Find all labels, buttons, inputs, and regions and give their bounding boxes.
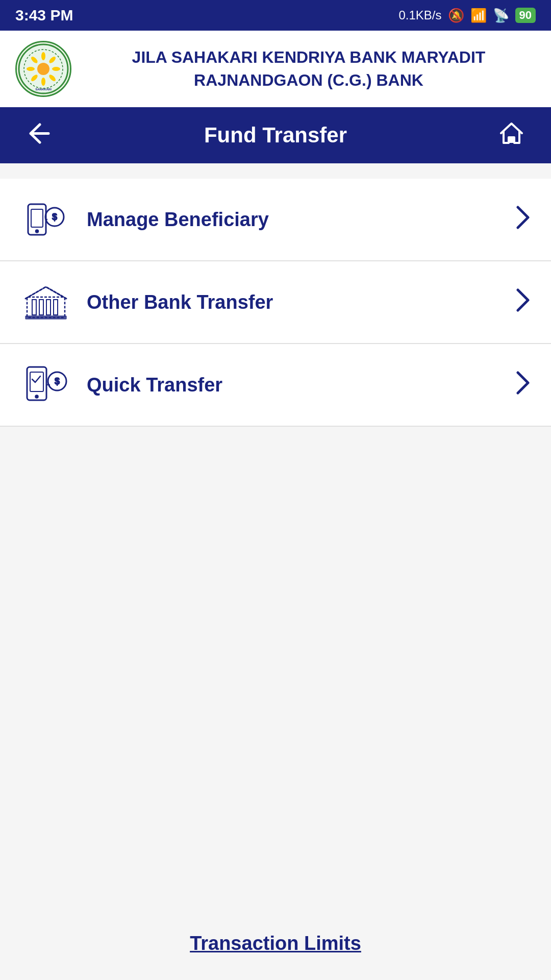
svg-point-7	[41, 78, 45, 86]
network-speed: 0.1KB/s	[398, 8, 441, 22]
home-icon	[497, 119, 525, 148]
mute-icon: 🔕	[448, 8, 464, 23]
bank-logo: SAHAKARI	[15, 41, 71, 97]
chevron-right-icon-2	[515, 287, 531, 313]
battery-indicator: 90	[515, 8, 536, 23]
nav-bar: Fund Transfer	[0, 107, 551, 163]
svg-rect-22	[54, 300, 58, 315]
other-bank-transfer-chevron	[515, 287, 531, 317]
svg-text:SAHAKARI: SAHAKARI	[35, 88, 52, 91]
svg-point-26	[35, 395, 38, 398]
bank-name: JILA SAHAKARI KENDRIYA BANK MARYADIT RAJ…	[82, 46, 536, 92]
svg-rect-25	[30, 372, 43, 391]
transaction-limits-button[interactable]: Transaction Limits	[190, 933, 361, 954]
manage-beneficiary-item[interactable]: $ Manage Beneficiary	[0, 179, 551, 261]
bank-transfer-svg-icon	[23, 279, 69, 325]
quick-transfer-item[interactable]: $ Quick Transfer	[0, 344, 551, 427]
svg-point-3	[41, 52, 45, 60]
status-icons: 0.1KB/s 🔕 📶 📡 90	[398, 8, 536, 23]
svg-rect-21	[46, 300, 51, 315]
chevron-right-icon-3	[515, 370, 531, 396]
manage-beneficiary-icon: $	[20, 194, 71, 245]
chevron-right-icon	[515, 205, 531, 230]
content-wrapper: $ Manage Beneficiary	[0, 163, 551, 980]
wifi-icon: 📡	[493, 8, 509, 23]
other-bank-transfer-icon	[20, 277, 71, 328]
svg-text:$: $	[55, 376, 60, 386]
quick-transfer-chevron	[515, 370, 531, 400]
manage-beneficiary-chevron	[515, 205, 531, 235]
quick-transfer-icon: $	[20, 359, 71, 410]
svg-point-15	[36, 230, 39, 233]
svg-rect-14	[31, 209, 43, 227]
svg-rect-23	[26, 316, 66, 319]
svg-text:$: $	[52, 212, 57, 222]
back-arrow-icon	[26, 119, 54, 148]
svg-rect-19	[32, 300, 36, 315]
manage-beneficiary-label: Manage Beneficiary	[87, 209, 515, 231]
svg-point-5	[52, 67, 60, 71]
signal-icon: 📶	[470, 8, 487, 23]
main-content: $ Manage Beneficiary	[0, 163, 551, 582]
bank-header: SAHAKARI JILA SAHAKARI KENDRIYA BANK MAR…	[0, 31, 551, 107]
svg-rect-12	[509, 137, 514, 143]
svg-point-2	[37, 63, 49, 75]
back-button[interactable]	[26, 119, 54, 152]
nav-title: Fund Transfer	[204, 123, 347, 148]
other-bank-transfer-item[interactable]: Other Bank Transfer	[0, 261, 551, 344]
footer: Transaction Limits	[0, 917, 551, 970]
svg-point-9	[27, 67, 35, 71]
beneficiary-svg-icon: $	[23, 197, 69, 242]
other-bank-transfer-label: Other Bank Transfer	[87, 291, 515, 313]
quick-transfer-svg-icon: $	[23, 362, 69, 408]
quick-transfer-label: Quick Transfer	[87, 374, 515, 396]
home-button[interactable]	[497, 119, 525, 152]
svg-rect-20	[39, 300, 43, 315]
bank-emblem-svg: SAHAKARI	[18, 43, 69, 94]
status-time: 3:43 PM	[15, 7, 73, 24]
status-bar: 3:43 PM 0.1KB/s 🔕 📶 📡 90	[0, 0, 551, 31]
